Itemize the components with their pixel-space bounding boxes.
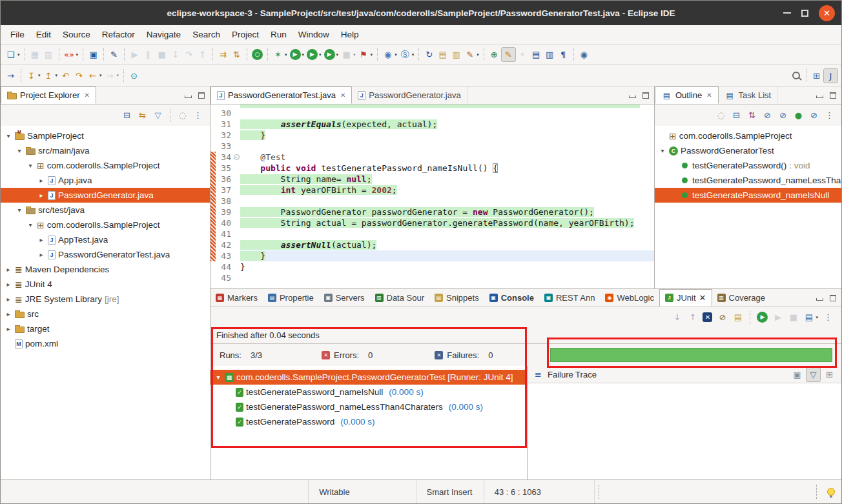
tree-item[interactable]: ▾SampleProject [1, 128, 210, 143]
tree-item[interactable]: ▾CPasswordGeneratorTest [655, 143, 841, 158]
tree-item[interactable]: Mpom.xml [1, 336, 210, 351]
sort-icon[interactable]: ⇅ [745, 108, 759, 122]
resume-icon[interactable]: ▶ [128, 48, 141, 61]
tree-item[interactable]: ▸≣JRE System Library [jre] [1, 292, 210, 307]
tab-servers[interactable]: ▣Servers [319, 289, 370, 307]
minimize-icon[interactable] [783, 12, 791, 14]
tree-item[interactable]: ▸JApp.java [1, 173, 210, 188]
tab-markers[interactable]: ▦Markers [211, 289, 263, 307]
maximize-view-icon[interactable] [198, 92, 205, 99]
close-tab-icon[interactable]: ✕ [340, 92, 345, 99]
hide-local-types-icon[interactable]: ⊘ [807, 108, 821, 122]
view-menu-icon[interactable]: ⋮ [191, 108, 205, 122]
expand-arrow-icon[interactable]: ▸ [37, 236, 45, 243]
tree-item[interactable]: ▸src [1, 307, 210, 321]
tree-item[interactable]: testGeneratePassword_nameLessThan4Charat… [655, 173, 841, 188]
tab-project-explorer[interactable]: Project Explorer ✕ [1, 86, 96, 104]
fold-marker-icon[interactable]: − [232, 152, 240, 163]
collapse-arrow-icon[interactable]: ▾ [214, 374, 222, 381]
web-service-icon[interactable]: Ⓢ▾ [398, 48, 416, 61]
close-view-icon[interactable]: ✕ [699, 293, 706, 303]
menu-navigate[interactable]: Navigate [141, 25, 187, 44]
menu-refactor[interactable]: Refactor [96, 25, 141, 44]
view-menu-icon[interactable]: ⋮ [823, 108, 836, 122]
open-perspective-icon[interactable]: ⊞ [810, 69, 823, 83]
close-view-icon[interactable]: ✕ [706, 92, 712, 99]
profile-run-icon[interactable]: ▶▾ [323, 48, 340, 61]
maximize-view-icon[interactable] [830, 295, 836, 301]
tab-weblogic[interactable]: ◉WebLogic [600, 289, 659, 307]
tree-item[interactable]: ✓testGeneratePassword_nameIsNull(0.000 s… [211, 385, 527, 399]
code-line[interactable]: 41 [211, 228, 654, 239]
debug-icon[interactable]: ✶▾ [271, 48, 289, 61]
menu-help[interactable]: Help [335, 25, 365, 44]
code-line[interactable]: 39 PasswordGenerator passwordGenerator =… [211, 207, 654, 217]
code-line[interactable]: 35 public void testGeneratePassword_name… [211, 163, 654, 174]
menu-edit[interactable]: Edit [30, 25, 57, 44]
next-edit-location-icon[interactable]: ↷ [72, 69, 86, 83]
rest-list-icon[interactable]: ▥ [543, 48, 557, 61]
pin-editor-icon[interactable]: ⊙ [127, 69, 141, 83]
menu-file[interactable]: File [5, 25, 30, 44]
search-icon[interactable] [790, 69, 803, 82]
code-line[interactable]: 44} [211, 261, 654, 272]
tree-item[interactable]: ⊞com.coderolls.SampleProject [655, 128, 841, 143]
code-line[interactable]: 32 } [211, 130, 654, 141]
stop-launch-icon[interactable]: ■▾ [340, 48, 357, 61]
tree-item[interactable]: ✓testGeneratePassword(0.000 s) [211, 414, 527, 429]
step-over-icon[interactable]: ↷ [182, 48, 196, 61]
compare-result-icon[interactable]: ▣ [790, 367, 804, 382]
expand-arrow-icon[interactable]: ▸ [37, 251, 45, 258]
expand-arrow-icon[interactable]: ▸ [5, 325, 12, 332]
maximize-view-icon[interactable] [830, 92, 836, 99]
plug-icon[interactable]: ⊕ [488, 48, 501, 61]
code-line[interactable]: 38 [211, 196, 654, 207]
code-line[interactable]: 42 assertNull(actual); [211, 239, 654, 250]
browser-icon[interactable]: ◉ [577, 48, 591, 61]
focus-icon[interactable]: ◌ [714, 108, 728, 122]
minimize-view-icon[interactable] [816, 96, 823, 98]
menu-search[interactable]: Search [187, 25, 226, 44]
expand-arrow-icon[interactable]: ▸ [5, 281, 12, 288]
ant-build-icon[interactable]: ↻ [422, 48, 436, 61]
minimize-view-icon[interactable] [629, 96, 636, 98]
tip-lightbulb-icon[interactable] [827, 488, 835, 496]
rerun-failed-icon[interactable]: ▶ [771, 310, 785, 324]
filter-stack-trace-icon[interactable]: ▽ [806, 367, 821, 382]
step-filters-icon[interactable]: ⇅ [230, 48, 243, 61]
editor-tab[interactable]: JPasswordGeneratorTest.java✕ [211, 86, 352, 104]
previous-failed-test-icon[interactable]: ↑ [686, 310, 699, 324]
maximize-icon[interactable] [801, 10, 808, 17]
tab-propertie[interactable]: ▤Propertie [263, 289, 319, 307]
highlight-brush-icon[interactable]: ✎ [501, 47, 516, 62]
new-wizard-icon[interactable]: ❏▾ [4, 48, 21, 61]
run-to-line-icon[interactable]: ⇉ [216, 48, 230, 61]
launch-flag-icon[interactable]: ⚑▾ [357, 48, 375, 61]
tree-item[interactable]: ▸≣JUnit 4 [1, 277, 210, 292]
tree-item[interactable]: testGeneratePassword_nameIsNull [655, 188, 841, 203]
tree-item[interactable]: ▸≣Maven Dependencies [1, 262, 210, 277]
code-editor[interactable]: 3031 assertEquals(expected, actual);32 }… [211, 105, 654, 288]
close-view-icon[interactable]: ✕ [84, 92, 89, 99]
terminate-relaunch-icon[interactable]: ○ [251, 48, 264, 61]
mark-occurrences-pin-icon[interactable]: ✎ [107, 48, 121, 61]
minimize-view-icon[interactable] [816, 298, 823, 301]
test-history-icon[interactable]: ▤▾ [802, 310, 819, 324]
expand-arrow-icon[interactable]: ▸ [5, 310, 12, 318]
terminate-icon[interactable]: ■ [155, 48, 169, 61]
tree-item[interactable]: ▾⊞com.coderolls.SampleProject [1, 217, 210, 232]
code-line[interactable]: 45 [211, 272, 654, 283]
show-whitespace-icon[interactable]: ¶ [557, 48, 570, 61]
annotation-dot-icon[interactable]: ◦ [516, 48, 529, 61]
maximize-view-icon[interactable] [642, 92, 649, 99]
menu-run[interactable]: Run [265, 25, 293, 44]
coverage-run-icon[interactable]: ▶▾ [305, 48, 323, 61]
view-menu-icon[interactable]: ⋮ [821, 310, 835, 324]
focus-icon[interactable]: ◌ [176, 108, 189, 122]
hide-fields-icon[interactable]: ⊘ [761, 108, 774, 122]
save-all-icon[interactable]: ▥ [42, 48, 56, 61]
rerun-test-icon[interactable]: ▶ [755, 310, 769, 324]
code-line[interactable]: 33 [211, 141, 654, 152]
open-type-icon[interactable]: ▤ [436, 48, 449, 61]
public-only-icon[interactable]: ● [792, 108, 805, 122]
